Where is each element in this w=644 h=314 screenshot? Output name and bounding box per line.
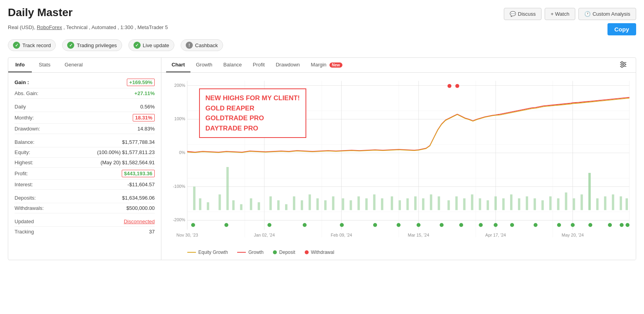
deposit-dot — [273, 250, 277, 254]
info-row-equity: Equity: (100.00%) $1,577,811.23 — [15, 147, 155, 158]
chart-settings-button[interactable] — [615, 58, 631, 72]
svg-rect-44 — [357, 196, 360, 210]
svg-point-79 — [191, 223, 195, 227]
highest-label: Highest: — [15, 160, 33, 165]
cashback-badge: ! Cashback — [181, 39, 223, 51]
balance-value: $1,577,788.34 — [122, 139, 155, 145]
drawdown-label: Drawdown: — [15, 126, 40, 132]
svg-rect-49 — [399, 200, 401, 210]
legend-equity-growth: Equity Growth — [187, 250, 228, 255]
svg-point-1 — [621, 61, 623, 63]
svg-rect-48 — [391, 196, 393, 210]
svg-rect-52 — [422, 198, 424, 210]
equity-label: Equity: — [15, 149, 30, 155]
annotation-line3: GOLDTRADE PRO — [205, 113, 300, 123]
updated-value: Disconnected — [124, 219, 155, 224]
interest-label: Interest: — [15, 182, 33, 187]
growth-label: Growth — [248, 250, 263, 255]
svg-rect-59 — [479, 198, 481, 210]
tab-info[interactable]: Info — [8, 58, 32, 72]
chart-tab-drawdown[interactable]: Drawdown — [270, 58, 305, 72]
svg-rect-34 — [277, 200, 280, 210]
live-update-badge: ✓ Live update — [128, 39, 174, 51]
svg-rect-66 — [534, 198, 536, 210]
svg-rect-40 — [324, 200, 327, 210]
svg-rect-55 — [448, 200, 450, 210]
svg-point-96 — [608, 223, 612, 227]
svg-rect-24 — [193, 187, 196, 210]
svg-point-94 — [571, 223, 575, 227]
svg-rect-51 — [414, 196, 417, 210]
svg-point-98 — [626, 223, 629, 227]
roboforex-link[interactable]: RoboForex — [37, 24, 62, 30]
chart-tab-profit[interactable]: Profit — [247, 58, 270, 72]
tracking-value: 37 — [149, 229, 155, 235]
chart-tab-growth[interactable]: Growth — [190, 58, 218, 72]
info-row-deposits: Deposits: $1,634,596.06 — [15, 193, 155, 203]
chart-area: NEW HIGHS FOR MY CLIENT! GOLD REAPER GOL… — [161, 73, 636, 260]
info-row-drawdown: Drawdown: 14.83% — [15, 124, 155, 134]
svg-rect-71 — [573, 198, 575, 210]
svg-rect-39 — [317, 198, 319, 210]
svg-point-93 — [557, 223, 561, 227]
legend-deposit: Deposit — [273, 250, 295, 255]
svg-rect-46 — [373, 195, 375, 210]
live-update-label: Live update — [143, 42, 169, 48]
svg-rect-77 — [620, 196, 622, 210]
watch-button[interactable]: + Watch — [545, 8, 575, 20]
svg-point-80 — [225, 223, 229, 227]
equity-growth-line — [187, 252, 196, 253]
chart-tab-margin[interactable]: Margin New — [306, 58, 348, 72]
svg-rect-25 — [199, 198, 201, 210]
svg-text:Jan 02, '24: Jan 02, '24 — [254, 233, 275, 237]
svg-rect-33 — [269, 196, 272, 210]
svg-point-100 — [456, 84, 459, 88]
growth-line — [237, 252, 246, 253]
svg-rect-29 — [232, 200, 234, 210]
right-panel: Chart Growth Balance Profit Drawdown Mar… — [161, 58, 636, 260]
svg-rect-70 — [565, 193, 567, 210]
svg-rect-64 — [518, 198, 520, 210]
tab-stats[interactable]: Stats — [32, 58, 58, 72]
daily-label: Daily — [15, 104, 26, 110]
info-row-gain: Gain : +169.59% — [15, 77, 155, 88]
info-row-interest: Interest: -$11,604.57 — [15, 180, 155, 190]
chart-tabs: Chart Growth Balance Profit Drawdown Mar… — [161, 58, 636, 73]
profit-value: $443,193.36 — [122, 170, 155, 177]
info-row-balance: Balance: $1,577,788.34 — [15, 137, 155, 147]
cashback-label: Cashback — [195, 42, 218, 48]
annotation-line4: DAYTRADE PRO — [205, 123, 300, 134]
custom-analysis-button[interactable]: 🕐 Custom Analysis — [578, 8, 636, 20]
svg-point-90 — [494, 223, 498, 227]
svg-rect-53 — [430, 195, 432, 210]
svg-point-83 — [340, 223, 344, 227]
svg-point-87 — [440, 223, 444, 227]
tab-general[interactable]: General — [57, 58, 90, 72]
svg-point-5 — [621, 65, 623, 67]
discuss-button[interactable]: 💬 Discuss — [504, 8, 542, 20]
svg-text:Apr 17, '24: Apr 17, '24 — [485, 233, 506, 237]
badges-row: ✓ Track record ✓ Trading privileges ✓ Li… — [8, 39, 636, 51]
track-record-badge: ✓ Track record — [8, 39, 56, 51]
svg-rect-47 — [381, 198, 383, 210]
chart-tab-balance[interactable]: Balance — [218, 58, 247, 72]
balance-label: Balance: — [15, 139, 35, 145]
chart-tab-chart[interactable]: Chart — [166, 58, 190, 72]
abs-gain-value: +27.11% — [134, 90, 155, 96]
copy-button[interactable]: Copy — [607, 23, 637, 35]
main-content: Info Stats General Gain : +169.59% Abs. … — [8, 57, 636, 260]
svg-rect-72 — [580, 195, 583, 210]
svg-rect-74 — [596, 198, 598, 210]
svg-point-88 — [459, 223, 463, 227]
svg-rect-68 — [549, 196, 552, 210]
info-row-updated: Updated Disconnected — [15, 217, 155, 227]
svg-rect-76 — [612, 195, 614, 210]
svg-point-97 — [620, 223, 624, 227]
new-badge: New — [329, 62, 342, 68]
svg-text:0%: 0% — [179, 150, 185, 155]
svg-rect-43 — [349, 200, 352, 210]
info-row-abs-gain: Abs. Gain: +27.11% — [15, 88, 155, 99]
withdrawals-label: Withdrawals: — [15, 205, 44, 211]
equity-value: (100.00%) $1,577,811.23 — [97, 149, 155, 155]
svg-rect-63 — [510, 195, 512, 210]
